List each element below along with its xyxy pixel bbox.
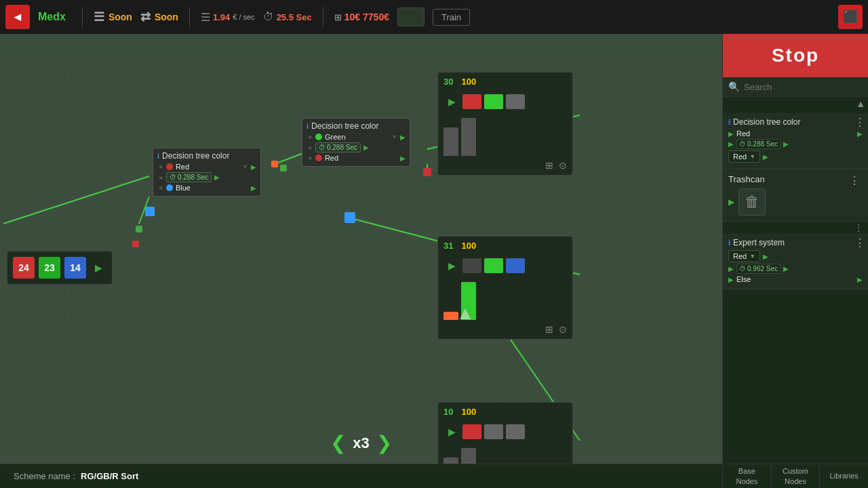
train-panel-2: 31 100 ▶ ⊞ ⊙ [437, 236, 573, 340]
search-input[interactable] [744, 82, 863, 92]
tp1-layers-icon[interactable]: ⊞ [545, 160, 553, 171]
timer-stat: ⏱ 25.5 Sec [263, 11, 312, 23]
trashcan-label: Trashcan [728, 174, 863, 184]
waypoint-red-1 [132, 241, 139, 247]
car-gray-3b [506, 424, 525, 439]
trashcan-icon-box: 🗑 [738, 188, 766, 216]
svg-line-2 [278, 152, 305, 163]
scheme-bar: Scheme name : RG/GB/R Sort [0, 464, 722, 488]
coins-stat: ⊞ 10€ 7750€ [334, 12, 389, 22]
svg-line-0 [3, 176, 149, 224]
dot-red-2 [315, 155, 322, 161]
train-panel-1: 30 100 ▶ ⊞ ⊙ [437, 72, 573, 176]
tab-custom-nodes[interactable]: CustomNodes [772, 464, 821, 488]
sidebar-scroll-area[interactable]: i Decision tree color ⋮ ▶ Red ▶ ▶ ⏱0.288… [723, 110, 868, 464]
trashcan-more-btn[interactable]: ⋮ [849, 174, 860, 187]
main-area: i Decision tree color ◄ Red ▼ ▶ ◄ ⏱0.288… [0, 34, 868, 488]
soon-label-1: Soon [108, 12, 132, 22]
bar-gray-1 [443, 127, 458, 156]
tp1-icons: ⊞ ⊙ [443, 160, 567, 171]
search-bar: 🔍 [723, 77, 868, 97]
tp2-num2: 100 [461, 241, 476, 251]
car-green-1 [484, 94, 503, 109]
tp3-play[interactable]: ▶ [443, 421, 460, 443]
tab-base-nodes[interactable]: BaseNodes [723, 464, 772, 488]
dropdown-1[interactable]: ▼ [242, 163, 248, 170]
rate-stat: ☰ 1.94 € / sec [201, 11, 255, 24]
bar-orange-2 [443, 312, 458, 320]
sb-card-expert: i Expert system ⋮ Red▼ ▶ ▶ ⏱0.962 Sec ▶ [723, 234, 868, 289]
soon-label-2: Soon [155, 12, 178, 22]
scheme-value: RG/GB/R Sort [81, 471, 138, 481]
stop-button[interactable]: Stop [723, 34, 868, 77]
trashcan-play-icon[interactable]: ▶ [728, 197, 734, 207]
sb-card-more-expert[interactable]: ⋮ [854, 237, 865, 249]
train-button[interactable]: Train [433, 9, 470, 26]
trashcan-icon-area: ▶ 🗑 [728, 188, 863, 216]
search-icon: 🔍 [728, 81, 740, 92]
num-box-24: 24 [13, 257, 35, 279]
timer-badge-1: ⏱0.288 Sec [166, 172, 212, 182]
dot-green-2 [315, 134, 322, 140]
soon-section-1: ☰ Soon [94, 9, 132, 24]
bar-gray-2 [461, 118, 476, 156]
tp2-bars [443, 279, 567, 320]
scheme-label: Scheme name : [14, 471, 75, 481]
multiplier-control: ❮ x3 ❯ [330, 432, 391, 454]
tp1-play[interactable]: ▶ [443, 91, 460, 113]
bottom-tabs: BaseNodes CustomNodes Libraries [723, 464, 868, 488]
right-sidebar: Stop 🔍 ▲ i Decision tree color ⋮ ▶ Red ▶ [722, 34, 868, 488]
svg-line-5 [346, 217, 444, 243]
node-decision-tree-1[interactable]: i Decision tree color ◄ Red ▼ ▶ ◄ ⏱0.288… [153, 148, 261, 197]
num-box-14: 14 [64, 257, 86, 279]
sb-timer-1: ⏱0.288 Sec [736, 139, 781, 149]
sb-row-dropdown: Red▼ ▶ [728, 150, 863, 163]
node1-orange [271, 161, 278, 167]
sb-expert-timer: ⏱0.962 Sec [736, 264, 781, 274]
sb-dropdown-red[interactable]: Red▼ [728, 150, 760, 163]
top-bar: ◄ Medx ☰ Soon ⇄ Soon ☰ 1.94 € / sec ⏱ 25… [0, 0, 868, 34]
node2-red-end [423, 168, 431, 176]
sb-row-timer: ▶ ⏱0.288 Sec ▶ [728, 139, 863, 149]
sb-card-trashcan: ⋮ Trashcan ▶ 🗑 [723, 169, 868, 222]
car-gray-1 [506, 94, 525, 109]
tp2-target-icon[interactable]: ⊙ [559, 324, 567, 335]
sb-card-dtc: i Decision tree color ⋮ ▶ Red ▶ ▶ ⏱0.288… [723, 113, 868, 169]
stop-icon-button[interactable]: ⬛ [838, 5, 863, 29]
soon-section-2: ⇄ Soon [140, 9, 178, 24]
node-decision-tree-2[interactable]: i Decision tree color ◄ Green ▼ ▶ ◄ ⏱0.2… [302, 118, 410, 167]
tab-libraries[interactable]: Libraries [820, 464, 868, 488]
canvas-area[interactable]: i Decision tree color ◄ Red ▼ ▶ ◄ ⏱0.288… [0, 34, 722, 488]
tp3-cars: ▶ [443, 421, 567, 443]
tp1-cars: ▶ [443, 91, 567, 113]
mult-left-arrow[interactable]: ❮ [330, 432, 346, 454]
tp2-icons: ⊞ ⊙ [443, 324, 567, 335]
sb-row-red: ▶ Red ▶ [728, 129, 863, 138]
car-green-2 [484, 258, 503, 273]
sb-expert-dropdown[interactable]: Red▼ [728, 250, 760, 262]
scroll-up-button[interactable]: ▲ [856, 98, 865, 109]
car-gray-3a [484, 424, 503, 439]
tp1-num1: 30 [443, 77, 453, 87]
sb-card-more-1[interactable]: ⋮ [854, 116, 865, 129]
project-name: Medx [38, 11, 66, 23]
trashcan-icon: 🗑 [745, 193, 760, 211]
mult-value: x3 [353, 434, 369, 452]
car-blue-2 [506, 258, 525, 273]
logo-button[interactable]: ◄ [5, 5, 30, 29]
tp2-layers-icon[interactable]: ⊞ [545, 324, 553, 335]
bar-green-2 [461, 282, 476, 320]
waypoint-blue-1 [344, 212, 355, 223]
tp2-play[interactable]: ▶ [443, 255, 460, 277]
play-button-left[interactable]: ▶ [90, 257, 106, 279]
tp3-num2: 100 [461, 407, 476, 417]
left-number-panel: 24 23 14 ▶ [7, 251, 113, 285]
car-darkgray-2 [462, 258, 481, 273]
tp1-bars [443, 115, 567, 156]
waypoint-green-1 [136, 226, 142, 232]
sb-expert-row-timer: ▶ ⏱0.962 Sec ▶ [728, 264, 863, 274]
num-box-23: 23 [39, 257, 60, 279]
dropdown-2[interactable]: ▼ [391, 134, 397, 140]
mult-right-arrow[interactable]: ❯ [376, 432, 392, 454]
tp1-target-icon[interactable]: ⊙ [559, 160, 567, 171]
